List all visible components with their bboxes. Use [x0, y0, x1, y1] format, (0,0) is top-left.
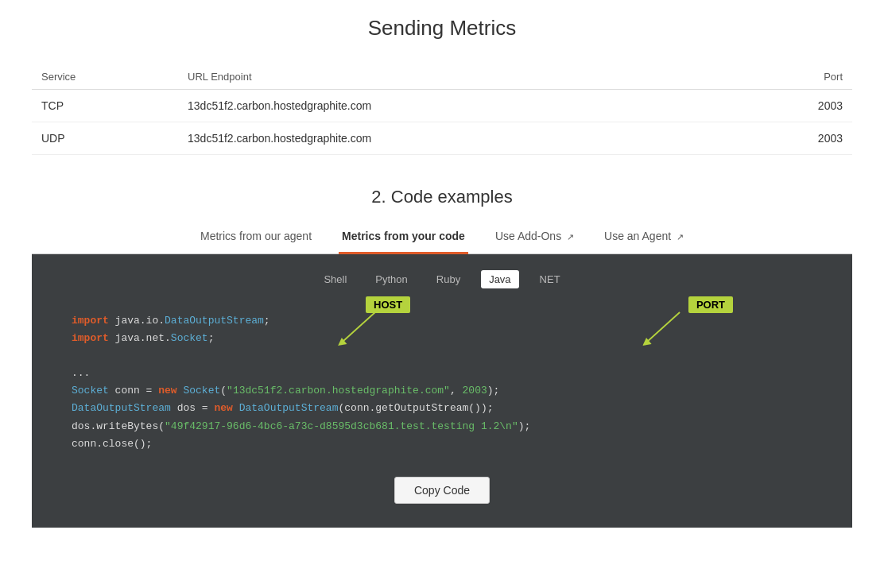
port-annotation: PORT	[688, 296, 733, 313]
tab-metrics-agent[interactable]: Metrics from our agent	[197, 223, 315, 254]
copy-code-button[interactable]: Copy Code	[394, 477, 490, 504]
code-line-1: import java.io.DataOutputStream;	[72, 312, 812, 330]
lang-tab-ruby[interactable]: Ruby	[428, 270, 468, 288]
cell-endpoint: 13dc51f2.carbon.hostedgraphite.com	[178, 122, 732, 155]
tab-agent[interactable]: Use an Agent ↗	[601, 223, 687, 254]
page-title: Sending Metrics	[32, 16, 852, 41]
external-icon-agent: ↗	[677, 232, 684, 242]
lang-tab-net[interactable]: NET	[532, 270, 568, 288]
services-table: Service URL Endpoint Port TCP 13dc51f2.c…	[32, 64, 852, 155]
code-line-4: ...	[72, 365, 812, 382]
col-service: Service	[32, 64, 178, 90]
cell-service: TCP	[32, 90, 178, 122]
lang-tabs: Shell Python Ruby Java NET	[56, 270, 828, 288]
tab-metrics-code[interactable]: Metrics from your code	[339, 223, 468, 254]
code-line-8: conn.close();	[72, 435, 812, 453]
lang-tab-shell[interactable]: Shell	[316, 270, 355, 288]
cell-port: 2003	[732, 90, 852, 122]
table-row: UDP 13dc51f2.carbon.hostedgraphite.com 2…	[32, 122, 852, 155]
copy-button-container: Copy Code	[56, 477, 828, 504]
host-annotation: HOST	[366, 296, 410, 313]
code-examples-title: 2. Code examples	[32, 187, 852, 207]
code-line-7: dos.writeBytes("49f42917-96d6-4bc6-a73c-…	[72, 418, 812, 435]
cell-endpoint: 13dc51f2.carbon.hostedgraphite.com	[178, 90, 732, 122]
lang-tab-java[interactable]: Java	[481, 270, 518, 288]
code-line-3	[72, 347, 812, 365]
lang-tab-python[interactable]: Python	[367, 270, 415, 288]
col-endpoint: URL Endpoint	[178, 64, 732, 90]
code-line-2: import java.net.Socket;	[72, 330, 812, 347]
tab-add-ons[interactable]: Use Add-Ons ↗	[492, 223, 577, 254]
cell-port: 2003	[732, 122, 852, 155]
code-line-6: DataOutputStream dos = new DataOutputStr…	[72, 400, 812, 417]
table-row: TCP 13dc51f2.carbon.hostedgraphite.com 2…	[32, 90, 852, 122]
cell-service: UDP	[32, 122, 178, 155]
main-tabs: Metrics from our agent Metrics from your…	[32, 223, 852, 254]
code-line-5: Socket conn = new Socket("13dc51f2.carbo…	[72, 382, 812, 400]
external-icon-addons: ↗	[567, 232, 574, 242]
col-port: Port	[732, 64, 852, 90]
code-section: Shell Python Ruby Java NET HOST PORT imp…	[32, 254, 852, 528]
page-container: Sending Metrics Service URL Endpoint Por…	[0, 0, 884, 544]
code-block: import java.io.DataOutputStream; import …	[56, 304, 828, 461]
